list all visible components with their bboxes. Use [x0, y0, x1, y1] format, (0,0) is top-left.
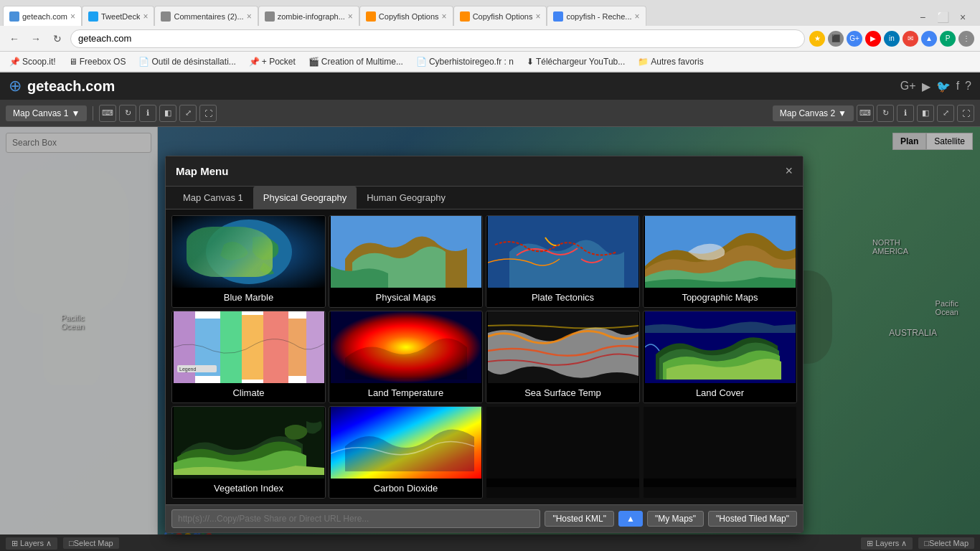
toolbar-separator-1 — [93, 106, 93, 121]
linkedin-icon[interactable]: in — [884, 31, 900, 47]
sea-surface-svg — [488, 311, 639, 383]
help-icon[interactable]: ? — [965, 80, 971, 93]
extension-icon-1[interactable]: ⬛ — [828, 31, 844, 47]
grid-item-co2[interactable]: Carbon Dioxide — [329, 406, 483, 499]
layers-icon[interactable]: ◧ — [159, 105, 176, 122]
modal-overlay[interactable]: Map Menu × Map Canvas 1 Physical Geograp… — [0, 127, 980, 551]
bookmark-pocket[interactable]: 📌+ Pocket — [245, 55, 299, 68]
minimize-btn[interactable]: − — [914, 9, 931, 26]
reload-btn[interactable]: ↻ — [49, 30, 66, 47]
bookmark-freebox[interactable]: 🖥Freebox OS — [65, 55, 130, 68]
tab-close-icon-7[interactable]: × — [635, 11, 640, 22]
address-bar-row: ← → ↻ ★ ⬛ G+ ▶ in ✉ ▲ P ⋮ — [0, 26, 980, 52]
tab-human-geography[interactable]: Human Geography — [357, 187, 456, 209]
map-thumb-climate: Legend — [172, 311, 325, 383]
land-temp-svg — [331, 311, 481, 383]
tab-map-canvas-1[interactable]: Map Canvas 1 — [173, 187, 253, 209]
bookmarks-bar: 📌Scoop.it! 🖥Freebox OS 📄Outil de désinst… — [0, 52, 980, 72]
youtube-header-icon[interactable]: ▶ — [922, 80, 930, 93]
close-btn[interactable]: × — [954, 9, 971, 26]
tab-label-copyfish2: Copyfish Options — [473, 12, 533, 21]
grid-item-land-temp[interactable]: Land Temperature — [329, 311, 483, 403]
pocket-icon[interactable]: P — [940, 31, 956, 47]
hosted-kml-btn[interactable]: "Hosted KML" — [545, 511, 614, 527]
map-thumb-land-temp — [329, 311, 482, 383]
grid-item-vegetation[interactable]: Vegetation Index — [171, 406, 326, 499]
tab-copyfish-google[interactable]: copyfish - Reche... × — [547, 6, 646, 26]
bookmark-outil[interactable]: 📄Outil de désinstallati... — [135, 55, 239, 68]
grid-item-plate-tectonics[interactable]: Plate Tectonics — [486, 215, 640, 308]
keyboard-shortcut-icon[interactable]: ⌨ — [99, 105, 116, 122]
drag-icon[interactable]: ⤢ — [179, 105, 197, 122]
my-maps-btn[interactable]: "My Maps" — [647, 511, 704, 527]
refresh-map-icon-2[interactable]: ↻ — [877, 105, 894, 122]
tab-zombie[interactable]: zombie-infograph... × — [258, 6, 359, 26]
grid-item-physical[interactable]: Physical Maps — [329, 215, 483, 308]
info-icon-2[interactable]: ℹ — [897, 105, 914, 122]
tab-close-icon-5[interactable]: × — [442, 11, 447, 22]
bookmark-scoop[interactable]: 📌Scoop.it! — [6, 55, 60, 68]
bookmark-star-icon[interactable]: ★ — [809, 31, 825, 47]
map-thumb-topographic — [644, 216, 796, 288]
email-icon[interactable]: ✉ — [903, 31, 918, 47]
google-plus-icon[interactable]: G+ — [900, 80, 916, 93]
grid-item-sea-surface[interactable]: Sea Surface Temp — [486, 311, 640, 403]
hosted-tiled-btn[interactable]: "Hosted Tiled Map" — [708, 511, 797, 527]
map-canvas-1-btn[interactable]: Map Canvas 1 ▼ — [6, 105, 87, 121]
svg-rect-12 — [306, 311, 324, 383]
tab-favicon-tweetdeck — [88, 11, 98, 22]
maximize-btn[interactable]: ⬜ — [934, 9, 951, 26]
tab-close-icon-4[interactable]: × — [348, 11, 353, 22]
twitter-header-icon[interactable]: 🐦 — [936, 80, 951, 93]
tab-favicon-zombie — [265, 11, 275, 22]
fullscreen-icon-2[interactable]: ⛶ — [957, 105, 974, 122]
tab-close-icon-6[interactable]: × — [535, 11, 540, 22]
dropdown-arrow-icon-2: ▼ — [838, 108, 847, 118]
keyboard-shortcut-icon-2[interactable]: ⌨ — [857, 105, 874, 122]
tab-commentaires[interactable]: Commentaires (2)... × — [154, 6, 258, 26]
map-canvas-2-btn[interactable]: Map Canvas 2 ▼ — [773, 105, 854, 121]
url-input[interactable] — [171, 509, 540, 528]
map-thumb-land-cover — [644, 311, 796, 383]
bookmark-cyberhistoire[interactable]: 📄Cyberhistoiregeo.fr : n — [413, 55, 517, 68]
modal-grid: Blue Marble P — [166, 209, 803, 504]
grid-item-blue-marble[interactable]: Blue Marble — [171, 215, 326, 308]
tab-copyfish1[interactable]: Copyfish Options × — [359, 6, 453, 26]
facebook-header-icon[interactable]: f — [956, 80, 959, 93]
extension-icon-2[interactable]: G+ — [847, 31, 862, 47]
tab-close-icon[interactable]: × — [70, 11, 75, 22]
map-area[interactable]: PacificOcean PacificOcean AUSTRALIA NORT… — [0, 127, 980, 551]
browser-chrome: geteach.com × TweetDeck × Commentaires (… — [0, 0, 980, 72]
grid-item-topographic[interactable]: Topographic Maps — [643, 215, 797, 308]
physical-maps-svg — [331, 216, 481, 288]
refresh-map-icon[interactable]: ↻ — [119, 105, 136, 122]
grid-item-climate[interactable]: Legend Climate — [171, 311, 326, 403]
modal-close-btn[interactable]: × — [785, 164, 793, 179]
bookmark-autres[interactable]: 📁Autres favoris — [634, 55, 707, 68]
fullscreen-icon[interactable]: ⛶ — [199, 105, 217, 122]
youtube-icon[interactable]: ▶ — [865, 31, 881, 47]
bookmark-creation[interactable]: 🎬Creation of Multime... — [305, 55, 407, 68]
drag-icon-2[interactable]: ⤢ — [937, 105, 954, 122]
drive-icon[interactable]: ▲ — [921, 31, 937, 47]
tab-physical-geography[interactable]: Physical Geography — [253, 187, 357, 209]
co2-svg — [331, 407, 481, 479]
grid-item-land-cover[interactable]: Land Cover — [643, 311, 797, 403]
modal-tabs: Map Canvas 1 Physical Geography Human Ge… — [166, 187, 803, 209]
address-input[interactable] — [70, 29, 805, 48]
bookmark-youtube-dl[interactable]: ⬇Téléchargeur YouTub... — [523, 55, 628, 68]
tab-geteach[interactable]: geteach.com × — [3, 6, 82, 26]
more-icon[interactable]: ⋮ — [958, 31, 974, 47]
google-drive-icon-btn[interactable]: ▲ — [618, 511, 643, 527]
tab-copyfish2[interactable]: Copyfish Options × — [453, 6, 547, 26]
info-icon[interactable]: ℹ — [139, 105, 156, 122]
layers-icon-2[interactable]: ◧ — [917, 105, 934, 122]
tab-close-icon-2[interactable]: × — [143, 11, 148, 22]
back-btn[interactable]: ← — [6, 30, 23, 47]
header-social-icons: G+ ▶ 🐦 f ? — [900, 80, 971, 93]
tab-close-icon-3[interactable]: × — [247, 11, 252, 22]
tab-tweetdeck[interactable]: TweetDeck × — [82, 6, 154, 26]
url-bar-row: "Hosted KML" ▲ "My Maps" "Hosted Tiled M… — [166, 504, 803, 532]
forward-btn[interactable]: → — [27, 30, 44, 47]
svg-point-0 — [206, 220, 292, 284]
